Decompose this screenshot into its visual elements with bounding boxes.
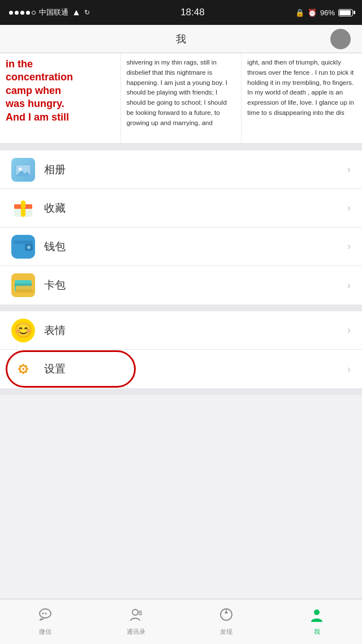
emoji-icon: 😊: [11, 319, 35, 342]
tab-discover[interactable]: 发现: [181, 599, 272, 644]
signal-dot-1: [9, 11, 13, 15]
signal-dot-3: [20, 11, 24, 15]
emoji-label: 表情: [44, 323, 347, 338]
alarm-icon: ⏰: [308, 8, 317, 17]
svg-point-37: [314, 609, 320, 615]
svg-line-23: [20, 366, 20, 366]
book-red-text: in theconcentrationcamp whenwas hungry.A…: [6, 58, 73, 123]
settings-gear-svg: [13, 359, 33, 379]
menu-item-wallet[interactable]: 钱包 ›: [0, 227, 362, 266]
discover-tab-icon: [219, 607, 234, 625]
svg-marker-35: [225, 610, 228, 613]
status-left: 中国联通 ▲ ↻: [9, 7, 90, 18]
album-icon: [11, 158, 35, 182]
lock-icon: 🔒: [295, 8, 304, 17]
book-right-text: ight, and then of triumph, quickly throw…: [247, 59, 354, 116]
menu-item-settings[interactable]: 设置 ›: [0, 350, 362, 388]
cards-svg: [11, 273, 35, 297]
status-bar: 中国联通 ▲ ↻ 18:48 🔒 ⏰ 96%: [0, 0, 362, 25]
menu-group-2: 😊 表情 ›: [0, 311, 362, 388]
cards-label: 卡包: [44, 278, 347, 293]
menu-item-album[interactable]: 相册 ›: [0, 151, 362, 189]
svg-point-28: [42, 613, 44, 615]
wallet-chevron: ›: [347, 241, 351, 252]
svg-rect-8: [21, 201, 25, 209]
battery-icon: [338, 9, 353, 16]
menu-item-favorites[interactable]: 收藏 ›: [0, 189, 362, 227]
transfer-icon: ↻: [84, 8, 90, 16]
cards-chevron: ›: [347, 280, 351, 291]
tab-me[interactable]: 我: [272, 599, 362, 644]
book-col-mid: shivering in my thin rags, still in disb…: [121, 53, 242, 143]
settings-icon: [11, 357, 35, 381]
header: 我: [0, 25, 362, 53]
separator-3: [0, 388, 362, 395]
wifi-icon: ▲: [72, 7, 81, 18]
me-svg: [309, 607, 324, 622]
svg-point-11: [27, 246, 31, 249]
discover-tab-label: 发现: [220, 628, 232, 636]
settings-label: 设置: [44, 362, 347, 376]
svg-point-30: [132, 609, 138, 615]
contacts-svg: [128, 607, 143, 622]
wechat-tab-label: 微信: [39, 628, 51, 636]
favorites-chevron: ›: [347, 202, 351, 214]
wallet-icon: [11, 235, 35, 259]
album-chevron: ›: [347, 164, 351, 175]
menu-group-1: 相册 › 收藏 ›: [0, 151, 362, 304]
menu-item-emoji[interactable]: 😊 表情 ›: [0, 311, 362, 350]
svg-line-26: [20, 372, 20, 372]
wallet-svg: [11, 235, 35, 259]
tab-wechat[interactable]: 微信: [0, 599, 90, 644]
battery-percent: 96%: [320, 8, 335, 17]
separator-2: [0, 304, 362, 311]
tab-contacts[interactable]: 通讯录: [90, 599, 181, 644]
status-time: 18:48: [180, 7, 205, 18]
tab-bar: 微信 通讯录 发现: [0, 599, 362, 644]
book-col-right: ight, and then of triumph, quickly throw…: [242, 53, 362, 143]
svg-point-29: [45, 613, 47, 615]
album-label: 相册: [44, 162, 347, 177]
signal-dots: [9, 11, 36, 15]
cards-icon: [11, 273, 35, 297]
separator-1: [0, 144, 362, 151]
signal-dot-4: [26, 11, 30, 15]
svg-line-25: [26, 366, 27, 366]
favorites-label: 收藏: [44, 201, 347, 216]
signal-dot-5: [32, 11, 36, 15]
signal-dot-2: [15, 11, 19, 15]
me-tab-label: 我: [314, 628, 320, 636]
svg-rect-12: [14, 241, 33, 244]
favorites-svg: [11, 196, 35, 220]
battery-fill: [339, 10, 351, 15]
emoji-chevron: ›: [347, 324, 351, 336]
discover-svg: [219, 607, 234, 622]
book-col-left: in theconcentrationcamp whenwas hungry.A…: [0, 53, 121, 143]
svg-rect-16: [16, 289, 33, 293]
status-right: 🔒 ⏰ 96%: [295, 8, 353, 17]
menu-item-cards[interactable]: 卡包 ›: [0, 266, 362, 304]
wechat-tab-icon: [38, 607, 53, 625]
book-mid-text: shivering in my thin rags, still in disb…: [127, 59, 227, 126]
carrier-name: 中国联通: [39, 7, 68, 18]
contacts-tab-icon: [128, 607, 143, 625]
avatar: [330, 29, 351, 49]
me-tab-icon: [309, 607, 324, 625]
content-area: in theconcentrationcamp whenwas hungry.A…: [0, 53, 362, 440]
wallet-label: 钱包: [44, 239, 347, 254]
album-svg: [15, 161, 32, 178]
contacts-tab-label: 通讯录: [127, 628, 145, 636]
favorites-icon: [11, 196, 35, 220]
book-preview: in theconcentrationcamp whenwas hungry.A…: [0, 53, 362, 144]
wechat-svg: [38, 607, 53, 622]
svg-line-24: [26, 372, 27, 372]
svg-point-18: [22, 368, 24, 370]
settings-chevron: ›: [347, 363, 351, 375]
header-title: 我: [176, 32, 186, 46]
